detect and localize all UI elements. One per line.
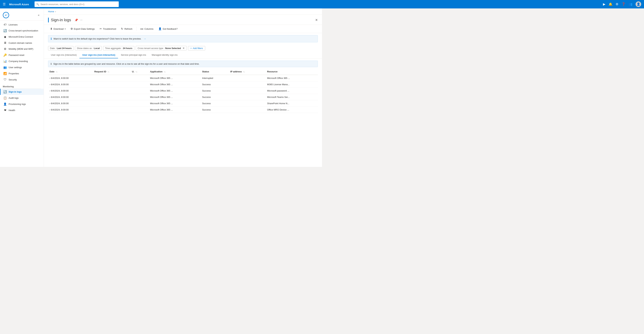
download-label: Download: [54, 28, 64, 30]
sidebar-collapse[interactable]: «: [36, 13, 41, 17]
table-info-banner: ℹ Sign-ins in the table below are groupe…: [48, 61, 318, 67]
sidebar-item-company-branding[interactable]: 📊 Company branding: [0, 58, 44, 64]
refresh-button[interactable]: ↻ Refresh: [119, 26, 134, 32]
sidebar-item-label: Mobility (MDM and WIP): [8, 48, 33, 50]
sort-date-icon[interactable]: ↑↓: [56, 71, 58, 73]
cell-request-id: [93, 81, 131, 88]
tab-managed-identity[interactable]: Managed identity sign-ins: [149, 52, 180, 58]
provisioning-logs-icon: 👤: [3, 102, 7, 106]
sidebar-item-properties[interactable]: 📶 Properties: [0, 70, 44, 77]
sidebar-item-password-reset[interactable]: 🔑 Password reset: [0, 52, 44, 58]
hamburger-icon[interactable]: ☰: [3, 2, 6, 6]
breadcrumb-home[interactable]: Home: [48, 10, 54, 13]
licenses-icon: 🏷: [3, 23, 7, 26]
columns-icon: ≡≡: [140, 27, 144, 30]
filter-dates-as-chip[interactable]: Show dates as : Local: [75, 46, 102, 50]
sort-ip-icon[interactable]: ↑↓: [243, 71, 245, 73]
cell-ip-address: [229, 75, 266, 81]
search-icon: 🔍: [36, 3, 39, 6]
filter-date-chip[interactable]: Date : Last 24 hours: [48, 46, 74, 50]
search-input[interactable]: [40, 3, 117, 6]
col-ip-address[interactable]: IP address ↑↓: [229, 69, 266, 75]
pin-icon[interactable]: 📌: [74, 19, 78, 22]
sidebar-logo: ↩: [3, 12, 9, 18]
col-u[interactable]: U. ↑↓: [130, 69, 148, 75]
entra-connect-icon: ◆: [3, 35, 7, 39]
sidebar-item-sign-in-logs[interactable]: 🔄 Sign-in logs: [0, 89, 44, 95]
table-row[interactable]: ›6/4/2024, 8:00:00 Microsoft Office 365 …: [48, 75, 318, 81]
sidebar-item-entra-connect[interactable]: ◆ Microsoft Entra Connect: [0, 34, 44, 40]
monitoring-section-label: Monitoring: [0, 83, 44, 89]
table-info-icon: ℹ: [51, 63, 52, 65]
table-row[interactable]: ›6/4/2024, 8:00:00 Microsoft Office 365 …: [48, 81, 318, 88]
cell-application: Microsoft Office 365 ...: [149, 100, 201, 107]
sort-application-icon[interactable]: ↑↓: [164, 71, 166, 73]
table-row[interactable]: ›6/4/2024, 8:00:00 Microsoft Office 365 …: [48, 107, 318, 113]
sort-request-id-icon[interactable]: ↑↓: [108, 71, 109, 73]
page-title-bar: [48, 18, 49, 23]
cell-request-id: [93, 75, 131, 81]
add-filter-button[interactable]: + Add filters: [188, 46, 205, 50]
more-options-icon[interactable]: ···: [80, 19, 82, 22]
sidebar-item-provisioning-logs[interactable]: 👤 Provisioning logs: [0, 101, 44, 107]
cell-application: Microsoft Office 365 ...: [149, 75, 201, 81]
tab-non-interactive[interactable]: User sign-ins (non-interactive): [80, 52, 118, 58]
sidebar-item-label: Provisioning logs: [8, 103, 26, 105]
col-u-label: U.: [132, 70, 134, 73]
cell-resource: Microsoft Teams Ser...: [266, 94, 318, 100]
main-content: Home › Sign-in logs 📌 ··· ✕ ⬇ Download ▾…: [44, 9, 322, 167]
refresh-icon: ↻: [121, 27, 123, 30]
sidebar-item-licenses[interactable]: 🏷 Licenses: [0, 22, 44, 28]
sidebar-item-audit-logs[interactable]: 📋 Audit logs: [0, 95, 44, 101]
cell-u: [130, 107, 148, 113]
topbar: ☰ Microsoft Azure 🔍 ▶ 🔔 ⚙ ❓ 👥 👤: [0, 0, 322, 9]
filter-cross-tenant-close-icon[interactable]: ✕: [182, 47, 185, 50]
cell-date: ›6/4/2024, 8:00:00: [48, 94, 93, 100]
sidebar-item-mobility[interactable]: ⚙ Mobility (MDM and WIP): [0, 46, 44, 52]
cell-resource: M365 License Mana...: [266, 81, 318, 88]
tab-service-principal[interactable]: Service principal sign-ins: [118, 52, 149, 58]
cell-u: [130, 81, 148, 88]
sort-u-icon[interactable]: ↑↓: [136, 71, 137, 73]
sidebar-item-health[interactable]: ❤ Health: [0, 107, 44, 113]
cell-status: Success: [201, 94, 229, 100]
cell-status: Success: [201, 107, 229, 113]
export-data-settings-button[interactable]: ⚙ Export Data Settings: [68, 26, 97, 32]
cell-date: ›6/4/2024, 8:00:00: [48, 100, 93, 107]
cell-resource: Microsoft password ...: [266, 88, 318, 94]
filter-cross-tenant-chip[interactable]: Cross tenant access type : None Selected…: [136, 46, 187, 50]
health-icon: ❤: [3, 109, 7, 112]
search-box[interactable]: 🔍: [34, 2, 119, 7]
sidebar-item-custom-domain[interactable]: 🖥 Custom domain names: [0, 40, 44, 46]
cell-application: Microsoft Office 365 ...: [149, 81, 201, 88]
feedback-button[interactable]: 👤 Got feedback?: [156, 26, 180, 32]
sidebar-item-label: Microsoft Entra Connect: [8, 36, 33, 38]
download-button[interactable]: ⬇ Download ▾: [48, 26, 68, 32]
filter-dates-as-label: Show dates as :: [77, 47, 93, 50]
col-request-id[interactable]: Request ID ↑↓: [93, 69, 131, 75]
cell-request-id: [93, 100, 131, 107]
columns-button[interactable]: ≡≡ Columns: [138, 26, 156, 32]
breadcrumb: Home ›: [44, 9, 322, 15]
sidebar-item-cross-tenant[interactable]: 🔄 Cross-tenant synchronization: [0, 28, 44, 34]
sidebar-item-user-settings[interactable]: 👥 User settings: [0, 64, 44, 70]
table-row[interactable]: ›6/4/2024, 8:00:00 Microsoft Office 365 …: [48, 94, 318, 100]
troubleshoot-button[interactable]: ✂ Troubleshoot: [98, 26, 118, 32]
col-date-label: Date: [50, 70, 54, 73]
filter-time-agg-chip[interactable]: Time aggregate : 24 hours: [103, 46, 134, 50]
sidebar-item-label: User settings: [8, 66, 22, 69]
table-container: Date ↑↓ Request ID ↑↓ U. ↑↓ Applicatio: [44, 69, 322, 113]
table-row[interactable]: ›6/4/2024, 8:00:00 Microsoft Office 365 …: [48, 88, 318, 94]
properties-icon: 📶: [3, 72, 7, 75]
info-banner-link[interactable]: →: [144, 37, 146, 40]
col-application[interactable]: Application ↑↓: [149, 69, 201, 75]
sign-in-table: Date ↑↓ Request ID ↑↓ U. ↑↓ Applicatio: [48, 69, 318, 113]
sidebar-item-security[interactable]: 🛡 Security: [0, 77, 44, 83]
tab-interactive[interactable]: User sign-ins (interactive): [48, 52, 80, 58]
cell-ip-address: [229, 81, 266, 88]
sidebar-item-label: Company branding: [8, 60, 28, 63]
col-date[interactable]: Date ↑↓: [48, 69, 93, 75]
close-button[interactable]: ✕: [315, 18, 318, 22]
collapse-btn[interactable]: «: [38, 14, 40, 17]
table-row[interactable]: ›6/4/2024, 8:00:00 Microsoft Office 365 …: [48, 100, 318, 107]
